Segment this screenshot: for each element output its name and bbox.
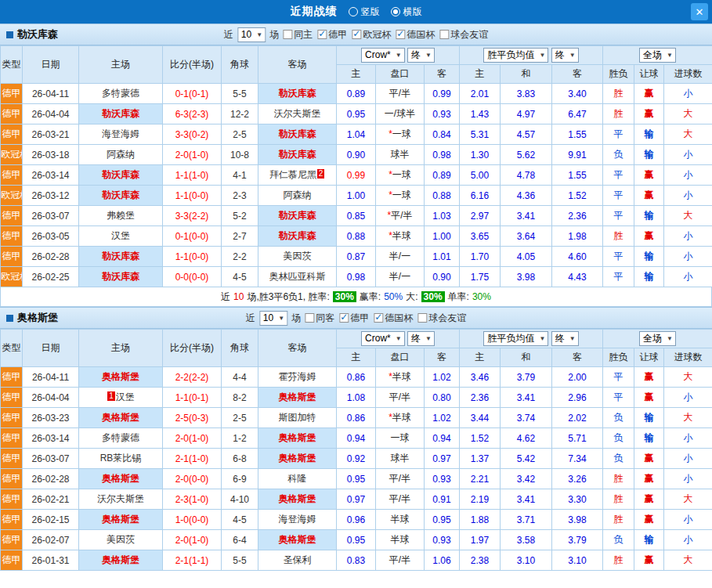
handicap: 半/一 — [376, 247, 425, 267]
euro-away-odds: 4.60 — [552, 247, 603, 267]
sub-col-handicap: 盘口 — [376, 348, 425, 367]
radio-horizontal-layout[interactable]: 横版 — [391, 5, 422, 19]
filter-checkbox-欧冠杯[interactable]: 欧冠杯 — [352, 28, 391, 41]
checkbox-icon[interactable] — [283, 30, 292, 39]
handicap: 平/半 — [376, 489, 425, 510]
filter-checkbox-德国杯[interactable]: 德国杯 — [374, 312, 413, 325]
euro-away-odds: 3.40 — [552, 84, 603, 104]
match-result: 平 — [603, 247, 634, 267]
handicap-result: 输 — [634, 206, 664, 226]
close-button[interactable]: ✕ — [691, 3, 708, 20]
corner-count: 5-5 — [222, 550, 258, 571]
filter-checkbox-德国杯[interactable]: 德国杯 — [396, 28, 435, 41]
asian-home-odds: 0.89 — [337, 84, 376, 104]
asian-away-odds: 0.94 — [425, 428, 460, 449]
checkbox-checked-icon[interactable] — [374, 313, 383, 323]
radio-selected-icon[interactable] — [391, 7, 400, 16]
summary-row: 近10场,胜3平6负1, 胜率: 30% 赢率:50% 大: 30% 单率:30… — [0, 287, 712, 307]
checkbox-checked-icon[interactable] — [339, 313, 349, 323]
match-count-select[interactable]: 10 ▼ — [237, 27, 266, 42]
checkbox-checked-icon[interactable] — [352, 30, 361, 39]
filter-checkbox-同主[interactable]: 同主 — [283, 28, 313, 41]
goals-result: 大 — [664, 489, 712, 510]
goals-result: 大 — [664, 124, 712, 145]
scope-select[interactable]: 全场▼ — [639, 331, 676, 346]
filter-checkboxes: 同主德甲欧冠杯德国杯球会友谊 — [283, 28, 488, 41]
euro-odds-select[interactable]: 胜平负均值▼ — [483, 48, 548, 63]
matches-label: 场 — [269, 28, 279, 41]
match-result: 胜 — [603, 510, 634, 530]
euro-draw-odds: 4.78 — [501, 165, 552, 186]
checkbox-checked-icon[interactable] — [317, 30, 327, 39]
handicap-result: 赢 — [634, 226, 664, 247]
checkbox-checked-icon[interactable] — [396, 30, 405, 39]
checkbox-label: 同主 — [294, 28, 313, 41]
euro-home-odds: 2.19 — [460, 489, 501, 510]
asian-away-odds: 0.91 — [425, 489, 460, 510]
euro-home-odds: 3.44 — [460, 408, 501, 428]
win-rate-badge: 30% — [333, 291, 356, 302]
asian-away-odds: 0.93 — [425, 530, 460, 550]
team-title: 奥格斯堡 — [6, 311, 58, 325]
filter-checkbox-德甲[interactable]: 德甲 — [339, 312, 369, 325]
match-result: 平 — [603, 206, 634, 226]
checkbox-icon[interactable] — [439, 30, 449, 39]
match-date: 26-02-21 — [23, 489, 79, 510]
euro-home-odds: 5.31 — [460, 124, 501, 145]
filter-checkbox-球会友谊[interactable]: 球会友谊 — [417, 312, 466, 325]
league-type: 德甲 — [1, 428, 23, 449]
match-count-select[interactable]: 10 ▼ — [259, 311, 287, 326]
checkbox-icon[interactable] — [417, 313, 427, 323]
final-odds-select[interactable]: 终▼ — [407, 331, 435, 346]
handicap-result: 输 — [634, 124, 664, 145]
match-date: 26-01-31 — [23, 550, 79, 571]
asian-away-odds: 0.99 — [425, 84, 460, 104]
handicap: 一球 — [376, 428, 425, 449]
euro-away-odds: 2.36 — [552, 206, 603, 226]
checkbox-icon[interactable] — [305, 313, 314, 323]
filter-checkbox-同客[interactable]: 同客 — [305, 312, 334, 325]
league-type: 德甲 — [1, 449, 23, 469]
sub-col-euro-draw: 和 — [501, 348, 552, 367]
league-type: 德甲 — [1, 510, 23, 530]
euro-odds-select[interactable]: 胜平负均值▼ — [483, 331, 548, 346]
sub-col-euro-home: 主 — [460, 348, 501, 367]
euro-away-odds: 3.79 — [552, 530, 603, 550]
handicap: 一/球半 — [376, 104, 425, 124]
league-type: 欧冠杯 — [1, 267, 23, 287]
league-type: 德甲 — [1, 165, 23, 186]
bookmaker-select[interactable]: Crow*▼ — [361, 331, 405, 346]
table-row: 德甲 26-02-28 奥格斯堡 2-0(0-0) 6-9 科隆 0.95 平/… — [1, 469, 712, 489]
fulltime-header: 全场▼ — [603, 46, 712, 65]
filter-checkbox-球会友谊[interactable]: 球会友谊 — [439, 28, 488, 41]
radio-vertical-layout[interactable]: 竖版 — [349, 5, 380, 19]
col-date: 日期 — [23, 46, 79, 84]
home-team: 勒沃库森 — [79, 247, 163, 267]
match-result: 平 — [603, 165, 634, 186]
radio-icon[interactable] — [349, 7, 358, 16]
away-team: 斯图加特 — [258, 408, 337, 428]
league-type: 德甲 — [1, 489, 23, 510]
asian-away-odds: 1.02 — [425, 408, 460, 428]
filter-checkbox-德甲[interactable]: 德甲 — [317, 28, 347, 41]
euro-home-odds: 2.01 — [460, 84, 501, 104]
euro-draw-odds: 3.41 — [501, 489, 552, 510]
checkbox-label: 德甲 — [350, 312, 369, 325]
league-type: 欧冠杯 — [1, 186, 23, 206]
goals-result: 小 — [664, 510, 712, 530]
final-odds-select[interactable]: 终▼ — [407, 48, 435, 63]
bookmaker-select[interactable]: Crow*▼ — [361, 48, 405, 63]
col-away: 客场 — [258, 46, 337, 84]
final-euro-select[interactable]: 终▼ — [551, 48, 579, 63]
scope-select[interactable]: 全场▼ — [639, 48, 676, 63]
goals-result: 大 — [664, 550, 712, 571]
goals-result: 小 — [664, 165, 712, 186]
table-row: 德甲 26-02-28 勒沃库森 1-1(0-0) 2-2 美因茨 0.87 半… — [1, 247, 712, 267]
chevron-down-icon: ▼ — [569, 49, 576, 61]
asian-home-odds: 0.97 — [337, 489, 376, 510]
handicap-result: 赢 — [634, 449, 664, 469]
checkbox-label: 德甲 — [328, 28, 347, 41]
sub-col-euro-home: 主 — [460, 65, 501, 84]
final-euro-select[interactable]: 终▼ — [551, 331, 579, 346]
score: 1-1(0-0) — [163, 247, 222, 267]
